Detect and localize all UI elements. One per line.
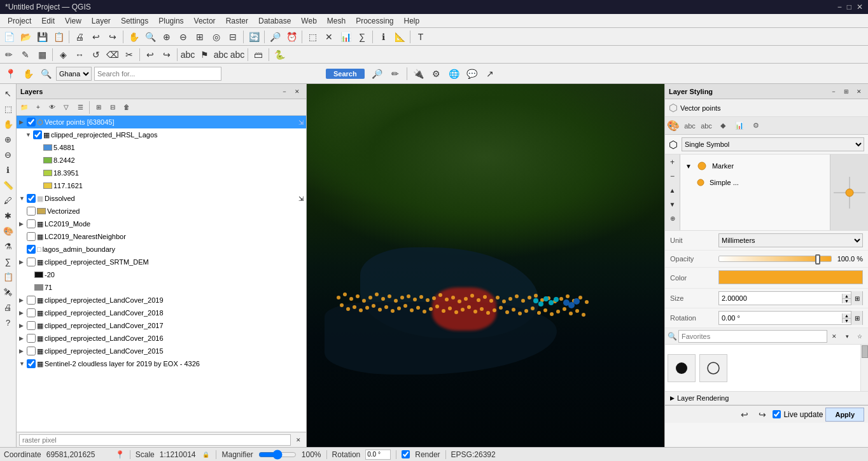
identify-button[interactable]: 🔎 (267, 29, 283, 45)
expand-hrsl[interactable]: ▼ (25, 132, 32, 138)
undo-button[interactable]: ↩ (88, 29, 104, 45)
remove-group-button[interactable]: 🗑 (120, 101, 133, 114)
pan-tool-button[interactable]: ✋ (1, 117, 15, 131)
layer-item-vectorized[interactable]: Vectorized (17, 205, 306, 217)
expand-vector-points[interactable]: ▶ (19, 119, 25, 125)
add-group-button[interactable]: 📁 (18, 101, 31, 114)
measure-tool-button[interactable]: 📏 (1, 178, 15, 192)
layer-item-srtm[interactable]: ▶ ▦ clipped_reprojected_SRTM_DEM (17, 256, 306, 268)
attribute-table-button[interactable]: 📊 (338, 29, 353, 45)
history-back-button[interactable]: ↩ (737, 407, 752, 422)
expand-lc2015[interactable]: ▶ (19, 348, 25, 354)
history-forward-button[interactable]: ↪ (755, 407, 770, 422)
favorites-search-input[interactable] (678, 330, 827, 343)
live-update-checkbox[interactable] (773, 410, 781, 418)
layer-item-lc2019nn[interactable]: ▦ LC2019_NearestNeighbor (17, 230, 306, 243)
layer-item-lc2016[interactable]: ▶ ▦ clipped_reprojected_LandCover_2016 (17, 332, 306, 345)
layer-item-val117162[interactable]: 117.1621 (17, 179, 306, 192)
zoom-layer-button[interactable]: ◎ (209, 29, 224, 45)
menu-item-settings[interactable]: Settings (116, 15, 153, 27)
layer-search-clear-button[interactable]: ✕ (293, 435, 304, 445)
rotation-up-button[interactable]: ▲ (842, 313, 851, 319)
open-project-button[interactable]: 📂 (18, 29, 33, 45)
render-checkbox[interactable] (402, 450, 410, 458)
expand-dissolved[interactable]: ▼ (19, 195, 25, 202)
menu-item-raster[interactable]: Raster (221, 15, 253, 27)
calc-tool-button[interactable]: ∑ (1, 254, 15, 268)
close-button[interactable]: ✕ (857, 3, 863, 11)
favorites-clear-button[interactable]: ✕ (829, 331, 840, 342)
opacity-slider[interactable] (718, 253, 832, 265)
fav-item-filled-circle[interactable] (668, 354, 696, 382)
menu-item-vector[interactable]: Vector (189, 15, 221, 27)
label-button[interactable]: T (413, 29, 428, 45)
zoom-full-button[interactable]: ⊞ (192, 29, 207, 45)
save-project-button[interactable]: 💾 (34, 29, 50, 45)
layer-item-vector-points[interactable]: ▶ ⬡ Vector points [638045] ⇲ (17, 116, 306, 128)
digitize-tool-button[interactable]: ✱ (1, 209, 15, 223)
new-project-button[interactable]: 📄 (1, 29, 17, 45)
favorites-menu-button[interactable]: ▾ (841, 331, 853, 342)
label3-button[interactable]: abc (213, 47, 228, 62)
python-button[interactable]: 🐍 (272, 47, 287, 62)
menu-item-database[interactable]: Database (253, 15, 296, 27)
size-data-defined-button[interactable]: ⊞ (851, 291, 862, 305)
symbol-remove-button[interactable]: − (666, 170, 679, 182)
expand-srtm[interactable]: ▶ (19, 259, 25, 265)
styling-dock-button[interactable]: ⊞ (841, 86, 851, 97)
print-button[interactable]: 🖨 (72, 29, 87, 45)
expand-lc2016[interactable]: ▶ (19, 335, 25, 341)
live-update-label[interactable]: Live update (773, 410, 823, 419)
location-icon[interactable]: 📍 (3, 66, 18, 81)
layer-check-lc2019mode[interactable] (27, 219, 36, 228)
filter-tool-button[interactable]: ⚗ (1, 239, 15, 253)
report-tool-button[interactable]: 📋 (1, 270, 15, 284)
pencil-button[interactable]: ✎ (18, 47, 33, 62)
expand-lc2019mode[interactable]: ▶ (19, 221, 25, 227)
magnifier-slider[interactable] (258, 451, 297, 458)
zoom-out-tool-button[interactable]: ⊖ (1, 148, 15, 162)
search-input[interactable] (94, 67, 221, 81)
expand-lc2017[interactable]: ▶ (19, 322, 25, 329)
select-button[interactable]: ⬚ (305, 29, 320, 45)
layer-check-srtm[interactable] (27, 258, 36, 266)
fav-item-empty-circle[interactable] (699, 354, 727, 382)
layer-item-val5488[interactable]: 5.4881 (17, 141, 306, 154)
expand-all-button[interactable]: ⊞ (92, 101, 105, 114)
select-tool-button[interactable]: ↖ (1, 86, 15, 100)
layer-item-71[interactable]: 71 (17, 281, 306, 294)
pan-button[interactable]: ✋ (126, 29, 141, 45)
layer-item-sentinel[interactable]: ▼ ▦ Sentinel-2 cloudless layer for 2019 … (17, 357, 306, 370)
rotate-button[interactable]: ↺ (88, 47, 104, 62)
style-tab-chart[interactable]: 📊 (731, 118, 748, 134)
layer-check-lagos-admin[interactable] (27, 245, 36, 254)
map-tips-button[interactable]: 💬 (465, 66, 480, 81)
size-input[interactable] (719, 292, 842, 305)
delete-button[interactable]: ⌫ (105, 47, 120, 62)
scale-lock-button[interactable]: 🔒 (200, 450, 211, 460)
style-tab-color[interactable]: 🎨 (665, 118, 682, 134)
sum-button[interactable]: ∑ (354, 29, 370, 45)
layer-check-hrsl[interactable] (33, 130, 42, 139)
layer-check-dissolved[interactable] (27, 194, 36, 203)
layers-close-button[interactable]: ✕ (292, 86, 302, 97)
layer-item-hrsl[interactable]: ▼ ▦ clipped_reprojected_HRSL_Lagos (17, 128, 306, 141)
edit-button[interactable]: ✏ (1, 47, 17, 62)
layer-item-lc2019[interactable]: ▶ ▦ clipped_reprojected_LandCover_2019 (17, 294, 306, 306)
undo2-button[interactable]: ↩ (143, 47, 158, 62)
layer-check-vector-points[interactable] (27, 118, 36, 127)
layer-item-lagos-admin[interactable]: □ lagos_admin_boundary (17, 243, 306, 256)
layer-item-val8244[interactable]: 8.2442 (17, 154, 306, 167)
pan-to-icon[interactable]: ✋ (20, 66, 36, 81)
layer-item-lc2015[interactable]: ▶ ▦ clipped_reprojected_LandCover_2015 (17, 345, 306, 357)
favorites-add-button[interactable]: ☆ (854, 331, 865, 342)
measure-button[interactable]: 📐 (392, 29, 407, 45)
expand-lc2019[interactable]: ▶ (19, 297, 25, 303)
styling-close-button[interactable]: ✕ (854, 86, 864, 97)
symbol-add-button[interactable]: + (666, 156, 679, 169)
arrow-button[interactable]: ↗ (482, 66, 498, 81)
marker-row[interactable]: ▼ Marker (683, 157, 827, 175)
menu-item-view[interactable]: View (60, 15, 87, 27)
annotate-button[interactable]: ⚑ (197, 47, 212, 62)
redo2-button[interactable]: ↪ (159, 47, 174, 62)
